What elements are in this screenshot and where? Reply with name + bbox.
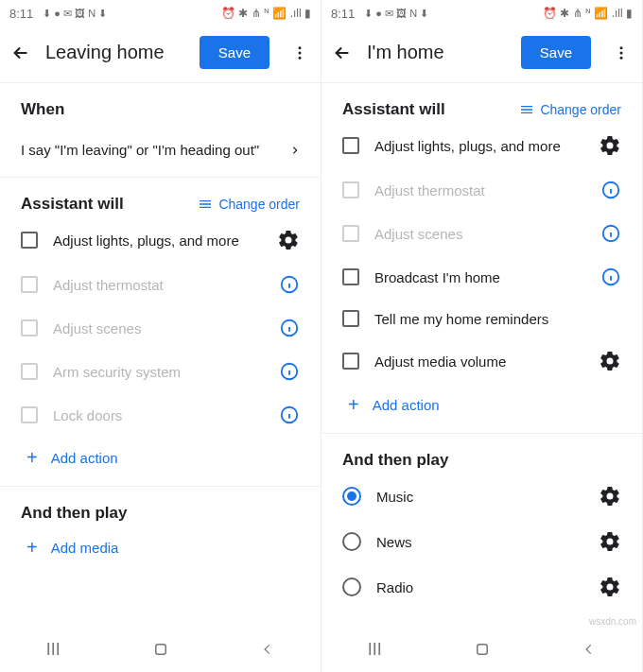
reorder-icon [198,197,213,212]
radio[interactable] [342,577,361,596]
assistant-will-heading: Assistant will [21,195,124,214]
nav-bar: III [322,627,642,672]
play-option-row[interactable]: Music [322,474,642,519]
play-heading: And then play [322,434,642,474]
change-order-label: Change order [540,102,621,117]
content-area: When I say "I'm leaving" or "I'm heading… [0,83,321,627]
arrow-left-icon [10,43,31,63]
back-button[interactable] [331,42,354,64]
home-button[interactable] [474,641,491,658]
plus-icon: + [348,395,359,414]
app-header: I'm home Save [322,26,642,83]
svg-point-1 [299,51,302,54]
info-icon[interactable] [279,318,300,338]
action-row[interactable]: Tell me my home reminders [322,299,642,338]
add-media-button[interactable]: + Add media [0,526,321,568]
checkbox[interactable] [21,363,38,380]
action-row[interactable]: Adjust lights, plugs, and more [0,217,321,263]
radio[interactable] [342,532,361,551]
play-heading: And then play [0,487,321,526]
assistant-will-heading: Assistant will [342,100,445,119]
change-order-label: Change order [218,197,300,212]
recents-button[interactable]: III [368,640,382,660]
overflow-menu-button[interactable] [288,42,311,64]
checkbox[interactable] [21,319,38,336]
status-right-icons: ⏰ ✱ ⋔ ᴺ 📶 .ıll ▮ [543,7,633,20]
svg-point-17 [620,51,623,54]
save-button[interactable]: Save [200,36,269,69]
add-action-label: Add action [51,450,118,466]
checkbox[interactable] [342,268,359,285]
kebab-icon [291,44,308,61]
checkbox[interactable] [342,181,359,198]
add-action-button[interactable]: + Add action [0,437,321,478]
home-button[interactable] [152,641,169,658]
chevron-right-icon [290,143,300,158]
status-time: 8:11 [9,7,33,21]
add-action-button[interactable]: + Add action [322,384,642,425]
checkbox[interactable] [342,310,359,327]
action-label: Adjust scenes [53,320,264,336]
checkbox[interactable] [21,406,38,423]
status-bar: 8:11 ⬇ ● ✉ 🖼 N ⬇ ⏰ ✱ ⋔ ᴺ 📶 .ıll ▮ [0,0,321,26]
gear-icon[interactable] [599,134,621,157]
assistant-will-heading-row: Assistant will Change order [0,178,321,217]
gear-icon[interactable] [599,576,621,598]
info-icon[interactable] [600,180,621,200]
action-label: Adjust lights, plugs, and more [374,138,583,154]
info-icon[interactable] [600,267,621,287]
svg-rect-28 [478,645,488,655]
info-icon[interactable] [279,274,300,295]
change-order-button[interactable]: Change order [198,197,300,212]
info-icon[interactable] [279,361,300,382]
action-label: Adjust scenes [374,226,585,242]
checkbox[interactable] [342,225,359,242]
gear-icon[interactable] [599,350,621,372]
checkbox[interactable] [21,232,38,249]
back-button[interactable] [9,42,32,64]
info-icon[interactable] [279,405,300,425]
checkbox[interactable] [342,353,359,370]
gear-icon[interactable] [599,530,621,553]
svg-rect-15 [156,645,166,655]
save-button[interactable]: Save [521,36,591,69]
when-trigger-row[interactable]: I say "I'm leaving" or "I'm heading out" [0,123,321,178]
when-trigger-text: I say "I'm leaving" or "I'm heading out" [21,142,275,158]
action-label: Tell me my home reminders [374,311,621,327]
content-area: Assistant will Change order Adjust light… [322,83,642,627]
plus-icon: + [26,448,38,467]
svg-point-18 [620,56,623,59]
checkbox[interactable] [342,137,359,154]
change-order-button[interactable]: Change order [519,102,621,117]
when-heading: When [0,83,321,123]
play-option-row[interactable]: Radio [322,564,642,610]
gear-icon[interactable] [599,485,621,508]
action-row[interactable]: Arm security system [0,350,321,393]
back-nav-button[interactable] [261,643,274,656]
overflow-menu-button[interactable] [610,42,633,64]
play-option-label: News [376,534,583,550]
info-icon[interactable] [600,223,621,244]
back-nav-button[interactable] [582,643,596,656]
add-media-label: Add media [51,540,119,556]
radio[interactable] [342,487,361,506]
play-option-row[interactable]: News [322,519,642,564]
action-row[interactable]: Adjust scenes [0,306,321,350]
checkbox[interactable] [21,276,38,293]
gear-icon[interactable] [277,229,300,251]
action-row[interactable]: Adjust thermostat [322,168,642,212]
plus-icon: + [26,538,38,557]
action-row[interactable]: Broadcast I'm home [322,255,642,299]
action-row[interactable]: Adjust lights, plugs, and more [322,123,642,168]
action-row[interactable]: Adjust media volume [322,338,642,384]
action-row[interactable]: Adjust thermostat [0,263,321,306]
svg-point-16 [620,46,623,49]
action-row[interactable]: Adjust scenes [322,212,642,255]
action-row[interactable]: Lock doors [0,393,321,437]
action-label: Arm security system [53,364,264,380]
action-label: Adjust thermostat [53,277,264,293]
add-action-label: Add action [373,397,440,413]
page-title: I'm home [367,42,508,63]
app-header: Leaving home Save [0,26,321,83]
recents-button[interactable]: III [46,640,61,660]
